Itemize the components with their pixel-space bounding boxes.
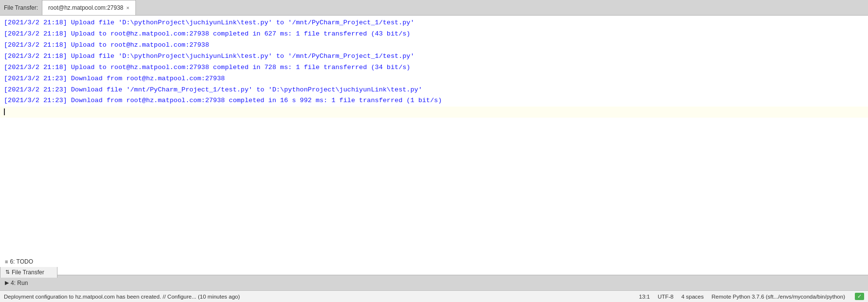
status-message: Deployment configuration to hz.matpool.c…: [4, 294, 240, 300]
log-line: [2021/3/2 21:18] Upload to root@hz.matpo…: [0, 62, 868, 73]
run-icon: ▶: [5, 280, 9, 286]
interpreter-label: Remote Python 3.7.6 (sft.../envs/myconda…: [712, 294, 845, 300]
cursor-line: [0, 107, 868, 118]
status-bar: Deployment configuration to hz.matpool.c…: [0, 290, 868, 302]
log-lines-container: [2021/3/2 21:18] Upload file 'D:\pythonP…: [0, 18, 868, 107]
top-tab-bar: File Transfer: root@hz.matpool.com:27938…: [0, 0, 868, 16]
file-transfer-label: File Transfer: [12, 269, 44, 276]
cursor-position: 13:1: [639, 294, 650, 300]
log-line: [2021/3/2 21:23] Download from root@hz.m…: [0, 95, 868, 107]
tab-close-button[interactable]: ×: [126, 5, 129, 11]
status-left: Deployment configuration to hz.matpool.c…: [4, 294, 240, 300]
todo-icon: ≡: [5, 259, 8, 265]
status-right: 13:1 UTF-8 4 spaces Remote Python 3.7.6 …: [639, 293, 864, 300]
file-transfer-prefix: File Transfer:: [0, 4, 42, 11]
log-line: [2021/3/2 21:18] Upload to root@hz.matpo…: [0, 40, 868, 51]
bottom-tab-run[interactable]: ▶4: Run: [0, 278, 57, 288]
indent-label: 4 spaces: [681, 294, 704, 300]
status-green-badge: ✓: [855, 293, 864, 300]
file-transfer-icon: ⇅: [5, 269, 10, 275]
log-line: [2021/3/2 21:18] Upload file 'D:\pythonP…: [0, 18, 868, 29]
log-content-area: [2021/3/2 21:18] Upload file 'D:\pythonP…: [0, 16, 868, 275]
log-line: [2021/3/2 21:23] Download from root@hz.m…: [0, 73, 868, 85]
bottom-tab-todo[interactable]: ≡6: TODO: [0, 256, 57, 267]
tab-title: root@hz.matpool.com:27938: [48, 4, 123, 11]
bottom-tab-bar: ≡6: TODO⇅File Transfer▶4: Run⊙Python Con…: [0, 275, 868, 290]
encoding-label: UTF-8: [658, 294, 674, 300]
run-label: 4: Run: [11, 280, 28, 286]
text-cursor: [4, 108, 5, 115]
log-line: [2021/3/2 21:18] Upload file 'D:\pythonP…: [0, 51, 868, 62]
file-transfer-tab[interactable]: root@hz.matpool.com:27938 ×: [42, 0, 136, 15]
todo-label: 6: TODO: [10, 258, 33, 265]
log-line: [2021/3/2 21:23] Download file '/mnt/PyC…: [0, 85, 868, 96]
bottom-tab-file-transfer[interactable]: ⇅File Transfer: [0, 267, 57, 278]
log-line: [2021/3/2 21:18] Upload to root@hz.matpo…: [0, 29, 868, 40]
